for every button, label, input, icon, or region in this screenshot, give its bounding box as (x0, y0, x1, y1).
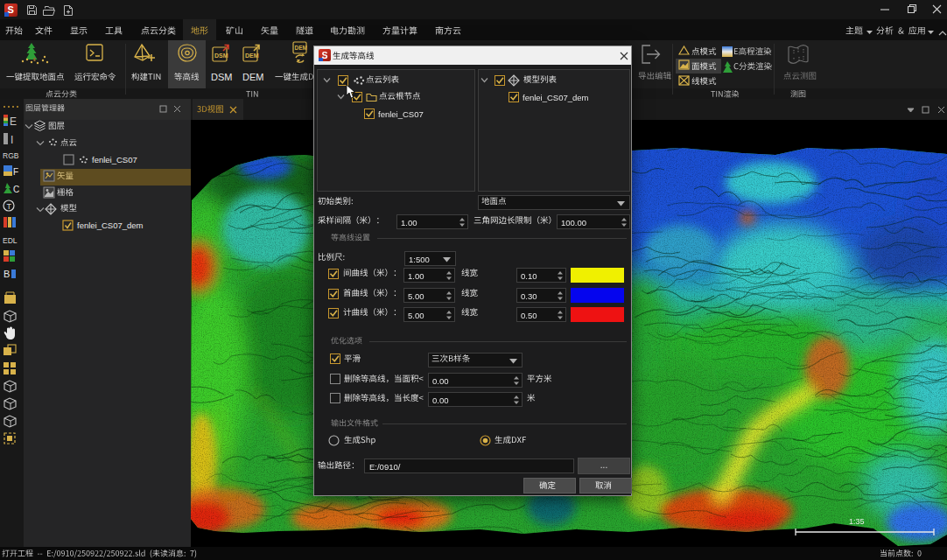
svg-text:T: T (7, 202, 12, 211)
svg-text:F: F (13, 167, 18, 177)
svg-text:EDL: EDL (3, 236, 18, 245)
svg-text:1:35: 1:35 (849, 517, 865, 526)
svg-text:B: B (4, 269, 10, 279)
svg-text:C: C (13, 185, 19, 194)
svg-text:RGB: RGB (3, 151, 19, 160)
svg-text:DEM: DEM (295, 45, 307, 51)
svg-text:DEM: DEM (245, 52, 259, 59)
svg-text:I: I (11, 134, 13, 146)
svg-text:E: E (10, 116, 17, 128)
svg-text:DSM: DSM (214, 52, 228, 59)
